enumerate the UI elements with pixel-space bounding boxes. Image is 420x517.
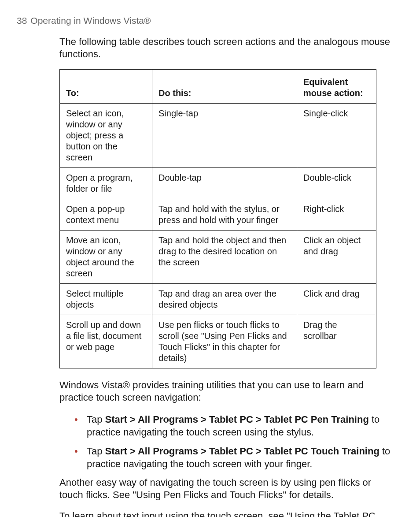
cell-do: Single-tap <box>152 104 297 168</box>
table-row: Select an icon, window or any object; pr… <box>60 104 376 168</box>
cell-mouse: Single-click <box>297 104 376 168</box>
chapter-title: Operating in Windows Vista® <box>30 15 151 26</box>
table-row: Open a program, folder or file Double-ta… <box>60 168 376 199</box>
cell-mouse: Drag the scrollbar <box>297 315 376 368</box>
intro-paragraph: The following table describes touch scre… <box>59 36 394 60</box>
cell-to: Open a program, folder or file <box>60 168 152 199</box>
bullet-pre: Tap <box>87 446 105 457</box>
cell-mouse: Right-click <box>297 199 376 231</box>
touch-actions-table: To: Do this: Equivalent mouse action: Se… <box>59 69 376 368</box>
input-panel-paragraph: To learn about text input using the touc… <box>59 510 394 517</box>
cell-mouse: Click and drag <box>297 284 376 315</box>
cell-to: Select multiple objects <box>60 284 152 315</box>
cell-do: Tap and hold with the stylus, or press a… <box>152 199 297 231</box>
table-row: Open a pop-up context menu Tap and hold … <box>60 199 376 231</box>
th-to: To: <box>60 70 152 104</box>
cell-to: Move an icon, window or any object aroun… <box>60 231 152 284</box>
cell-do: Double-tap <box>152 168 297 199</box>
bullet-bold: Start > All Programs > Tablet PC > Table… <box>105 446 379 457</box>
running-header: 38Operating in Windows Vista® <box>17 15 394 26</box>
cell-do: Tap and drag an area over the desired ob… <box>152 284 297 315</box>
body-content: The following table describes touch scre… <box>59 36 394 517</box>
document-page: 38Operating in Windows Vista® The follow… <box>0 0 420 517</box>
table-row: Move an icon, window or any object aroun… <box>60 231 376 284</box>
cell-to: Open a pop-up context menu <box>60 199 152 231</box>
cell-do: Use pen flicks or touch flicks to scroll… <box>152 315 297 368</box>
cell-to: Scroll up and down a file list, document… <box>60 315 152 368</box>
list-item: Tap Start > All Programs > Tablet PC > T… <box>74 413 394 439</box>
table-row: Scroll up and down a file list, document… <box>60 315 376 368</box>
page-number: 38 <box>17 15 27 26</box>
table-row: Select multiple objects Tap and drag an … <box>60 284 376 315</box>
table-header-row: To: Do this: Equivalent mouse action: <box>60 70 376 104</box>
th-mouse: Equivalent mouse action: <box>297 70 376 104</box>
training-bullets: Tap Start > All Programs > Tablet PC > T… <box>74 413 394 470</box>
training-paragraph: Windows Vista® provides training utiliti… <box>59 379 394 404</box>
bullet-pre: Tap <box>87 414 105 425</box>
cell-mouse: Click an object and drag <box>297 231 376 284</box>
th-do: Do this: <box>152 70 297 104</box>
flicks-paragraph: Another easy way of navigating the touch… <box>59 476 394 501</box>
cell-to: Select an icon, window or any object; pr… <box>60 104 152 168</box>
cell-mouse: Double-click <box>297 168 376 199</box>
list-item: Tap Start > All Programs > Tablet PC > T… <box>74 445 394 470</box>
cell-do: Tap and hold the object and then drag to… <box>152 231 297 284</box>
bullet-bold: Start > All Programs > Tablet PC > Table… <box>105 414 369 425</box>
